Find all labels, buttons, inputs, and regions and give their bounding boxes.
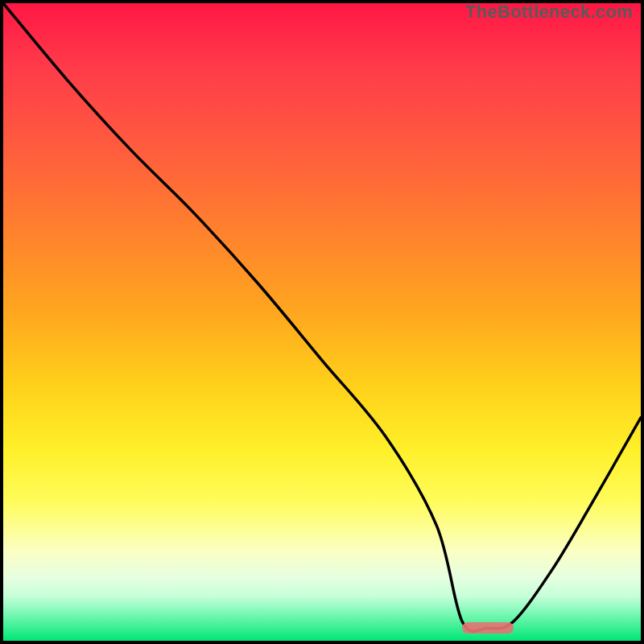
curve-path — [3, 3, 641, 631]
bottleneck-curve — [3, 3, 641, 641]
watermark-text: TheBottleneck.com — [465, 2, 633, 23]
chart-frame: TheBottleneck.com — [0, 0, 644, 644]
optimal-marker — [462, 622, 513, 634]
